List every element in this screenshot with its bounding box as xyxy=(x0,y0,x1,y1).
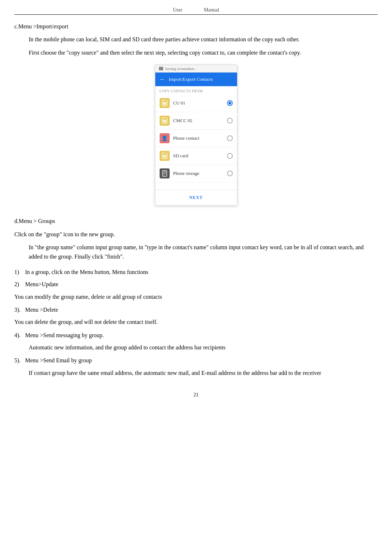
section-d-para1: Click on the "group" icon to the new gro… xyxy=(14,230,378,239)
person-icon: 👤 xyxy=(160,133,170,143)
phone-mockup-wrapper: Saving screenshot... ← Import/Export Con… xyxy=(14,65,378,206)
contact-name-sd: SD card xyxy=(173,153,223,159)
header-left: User xyxy=(173,7,182,13)
list-text-1: In a group, click on the Menu button, Me… xyxy=(25,268,148,277)
section-c-para1: In the mobile phone can local, SIM card … xyxy=(29,35,378,44)
section-d-para4: You can delete the group, and will not d… xyxy=(14,317,378,327)
person-glyph: 👤 xyxy=(161,135,167,141)
page-number: 21 xyxy=(14,392,378,398)
sd-icon xyxy=(160,151,170,161)
phone-footer: NEXT xyxy=(155,190,237,205)
back-arrow-icon[interactable]: ← xyxy=(160,76,165,83)
svg-rect-11 xyxy=(163,173,166,174)
radio-cu01[interactable] xyxy=(227,100,233,106)
radio-cmcc02[interactable] xyxy=(227,118,233,124)
list-num-2: 2) xyxy=(14,280,23,289)
list-num-4: 4). xyxy=(14,331,23,340)
section-c-title: c.Menu >Import/export xyxy=(14,22,378,31)
section-d-heading: d.Menu > Groups xyxy=(14,217,378,226)
camera-icon xyxy=(159,67,163,70)
list-item-3: 3). Menu >Delete xyxy=(14,305,378,315)
section-d-para2: In "the group name" column input group n… xyxy=(29,243,378,262)
contact-name-cu01: CU 01 xyxy=(173,100,223,106)
list-num-5: 5). xyxy=(14,356,23,365)
contact-item-phone-contact[interactable]: 👤 Phone contact xyxy=(155,130,237,147)
radio-storage[interactable] xyxy=(227,171,233,176)
section-d-para5: Automatic new information, and the group… xyxy=(29,343,378,352)
saving-bar: Saving screenshot... xyxy=(155,65,237,73)
svg-rect-1 xyxy=(163,102,166,105)
list-text-5: Menu >Send Email by group xyxy=(25,356,92,365)
section-d: d.Menu > Groups Click on the "group" ico… xyxy=(14,217,378,262)
contact-item-cu01[interactable]: CU 01 xyxy=(155,94,237,112)
svg-rect-12 xyxy=(163,175,165,175)
list-item-5: 5). Menu >Send Email by group xyxy=(14,356,378,365)
sim-icon-cu01 xyxy=(160,98,170,108)
contact-name-storage: Phone storage xyxy=(173,171,223,176)
copy-contacts-label: COPY CONTACTS FROM xyxy=(155,86,237,94)
contact-item-cmcc02[interactable]: CMCC 02 xyxy=(155,112,237,130)
page-header: User Manual xyxy=(14,7,378,15)
list-num-1: 1) xyxy=(14,268,23,277)
list-item-4: 4). Menu >Send messaging by group. xyxy=(14,331,378,340)
app-header-title: Import/Export Contacts xyxy=(169,76,213,82)
contact-item-sd[interactable]: SD card xyxy=(155,147,237,165)
section-c-heading: c.Menu >Import/export In the mobile phon… xyxy=(14,22,378,57)
section-d-para6: If contact group have the same email add… xyxy=(29,368,378,378)
contact-name-phone: Phone contact xyxy=(173,135,223,141)
sim-icon-cmcc02 xyxy=(160,116,170,126)
svg-rect-7 xyxy=(163,155,166,158)
list-num-3: 3). xyxy=(14,305,23,315)
contact-name-cmcc02: CMCC 02 xyxy=(173,118,223,124)
list-item-2: 2) Menu>Update xyxy=(14,280,378,289)
app-header: ← Import/Export Contacts xyxy=(155,73,237,86)
saving-text: Saving screenshot... xyxy=(165,66,197,71)
radio-sd[interactable] xyxy=(227,153,233,159)
svg-rect-10 xyxy=(163,172,166,172)
storage-icon xyxy=(160,168,170,178)
list-item-1: 1) In a group, click on the Menu button,… xyxy=(14,268,378,277)
svg-marker-5 xyxy=(165,118,167,120)
header-right: Manual xyxy=(204,7,219,13)
svg-rect-4 xyxy=(163,120,166,122)
radio-phone-contact[interactable] xyxy=(227,135,233,141)
next-button[interactable]: NEXT xyxy=(189,195,203,200)
svg-marker-2 xyxy=(165,100,167,102)
list-text-2: Menu>Update xyxy=(25,280,58,289)
section-c-para2: First choose the "copy source" and then … xyxy=(29,48,378,57)
svg-marker-8 xyxy=(165,153,167,155)
section-d-para3: You can modify the group name, delete or… xyxy=(14,292,378,302)
section-d-list: 1) In a group, click on the Menu button,… xyxy=(14,268,378,378)
list-text-4: Menu >Send messaging by group. xyxy=(25,331,104,340)
contact-item-storage[interactable]: Phone storage xyxy=(155,165,237,182)
list-text-3: Menu >Delete xyxy=(25,305,58,315)
phone-mockup: Saving screenshot... ← Import/Export Con… xyxy=(155,65,237,206)
